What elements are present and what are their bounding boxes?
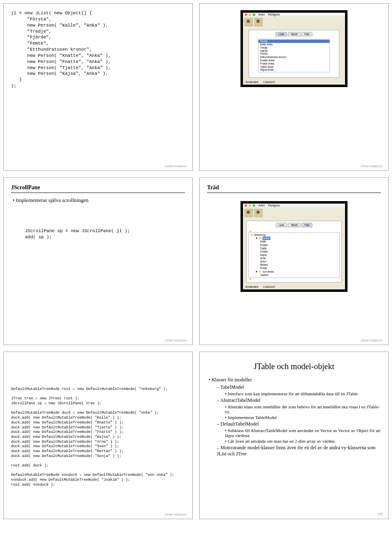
tab-trad[interactable]: Träd xyxy=(301,223,312,227)
author-footer: Johan Eliasson xyxy=(361,164,383,168)
toolbar xyxy=(243,16,345,28)
tree-leaf[interactable]: Sven xyxy=(249,260,339,263)
author-footer: Johan Eliasson xyxy=(165,164,187,168)
menu-redigera[interactable]: Redigera xyxy=(268,204,279,207)
list-item[interactable]: Kalle Anka xyxy=(258,43,330,46)
slide-title: JTable och model-objekt xyxy=(207,362,381,371)
tab-tabell[interactable]: Tabell xyxy=(288,223,301,227)
list-item[interactable]: Tredje xyxy=(258,46,330,49)
tree-leaf[interactable]: Knatte xyxy=(249,244,339,247)
toolbar-icon-2[interactable] xyxy=(254,209,263,217)
menu-redigera[interactable]: Redigera xyxy=(268,13,279,16)
author-footer: Johan Eliasson xyxy=(165,513,187,516)
bullet: AbstractTabelModel xyxy=(217,397,381,403)
tree-leaf[interactable]: Kalle xyxy=(249,240,339,243)
tree-node-root[interactable]: 📁 Ankeborg xyxy=(249,233,339,237)
list-item[interactable]: Fjärde xyxy=(258,49,330,53)
menu-arkiv[interactable]: Arkiv xyxy=(258,13,265,16)
close-icon[interactable] xyxy=(245,13,247,16)
zoom-icon[interactable] xyxy=(253,13,255,16)
tree-leaf[interactable]: Arne xyxy=(249,257,339,260)
bullet: Går även att använda om man har en 2-dim… xyxy=(225,439,381,444)
bullet: Interface som kan implementeras för att … xyxy=(225,391,381,396)
slide-jscrollpane: JScrollPane Implementerar själva scrolln… xyxy=(3,177,193,345)
bullet: DefaultTabelModel xyxy=(217,421,381,427)
tree-leaf[interactable]: Fnatte xyxy=(249,250,339,253)
bullet: Subklass till AbstractTableModel som anv… xyxy=(225,428,381,438)
list-item[interactable]: Fnatte Anka xyxy=(258,62,330,65)
jscrollpane-code: JScrollPane sp = new JScrollPane( jl ); … xyxy=(25,228,185,240)
tree-leaf[interactable]: Joakim xyxy=(249,273,339,277)
tab-lista[interactable]: Lista xyxy=(276,223,287,227)
tree-node[interactable]: ▼ 📁 von Anka xyxy=(249,270,339,273)
status-anvandare: Användare: xyxy=(245,81,259,83)
close-icon[interactable] xyxy=(245,204,247,207)
jlist-listbox[interactable]: Första Kalle Anka Tredje Fjärde Femte Et… xyxy=(258,39,330,72)
page-number: 175 xyxy=(378,513,383,516)
tree-leaf[interactable]: Tjatte xyxy=(249,247,339,250)
status-losenord: Lösenord: xyxy=(263,285,275,288)
list-item[interactable]: Tjatte Anka xyxy=(258,65,330,69)
list-item[interactable]: Första xyxy=(258,40,330,43)
jlist-code: jl = new JList( new Object[] { "Första",… xyxy=(11,10,185,89)
author-footer: Johan Eliasson xyxy=(165,338,187,342)
bullet: Implementerar själva scrollningen xyxy=(13,197,185,204)
slide-jlist-code: jl = new JList( new Object[] { "Första",… xyxy=(3,3,193,171)
slide-title: Träd xyxy=(207,184,381,193)
bullet: Implementerar TableModel xyxy=(225,415,381,420)
jtree-view[interactable]: 📁 Ankeborg ▼ 📁 Anka Kalle Knatte Tjatte … xyxy=(248,232,340,278)
list-item[interactable]: Femte xyxy=(258,52,330,56)
tab-trad[interactable]: Träd xyxy=(301,32,312,36)
author-footer: Johan Eliasson xyxy=(361,338,383,342)
bullet: Motsvarande model-klasser finns även för… xyxy=(217,445,381,457)
status-losenord: Lösenord: xyxy=(263,81,275,83)
tab-tabell[interactable]: Tabell xyxy=(288,32,301,36)
mac-menubar: Arkiv Redigera xyxy=(243,13,345,16)
status-anvandare: Användare: xyxy=(245,285,259,288)
list-item[interactable]: Knatte Anka xyxy=(258,59,330,62)
bullet: Klasser för modeller xyxy=(209,377,381,383)
mac-frame: Arkiv Redigera Lista Tabell Träd ▲ xyxy=(241,201,347,292)
toolbar xyxy=(243,207,345,219)
toolbar-icon-2[interactable] xyxy=(254,18,263,26)
scroll-up-icon[interactable]: ▲ xyxy=(249,230,252,232)
list-item[interactable]: Etthundratusen kronor xyxy=(258,56,330,59)
menu-arkiv[interactable]: Arkiv xyxy=(258,204,265,207)
slide-tree-code: DefaultMutableTreeNode root = new Defaul… xyxy=(3,352,193,519)
tree-leaf[interactable]: Bettan xyxy=(249,263,339,267)
toolbar-icon-1[interactable] xyxy=(245,18,253,26)
mac-menubar: Arkiv Redigera xyxy=(243,204,345,207)
slide-jtable-model: JTable och model-objekt Klasser för mode… xyxy=(199,352,389,519)
minimize-icon[interactable] xyxy=(249,13,251,16)
mac-frame: Arkiv Redigera Lista Tabell Träd Första xyxy=(241,10,347,87)
toolbar-icon-1[interactable] xyxy=(245,209,253,217)
slide-listbox-window: Arkiv Redigera Lista Tabell Träd Första xyxy=(199,3,389,171)
minimize-icon[interactable] xyxy=(249,204,251,207)
bullet: TabelModel xyxy=(217,384,381,390)
tree-leaf[interactable]: Sonja xyxy=(249,267,339,270)
slide-title: JScrollPane xyxy=(11,184,185,193)
zoom-icon[interactable] xyxy=(253,204,255,207)
slide-tree-window: Träd Arkiv Redigera xyxy=(199,177,389,345)
tree-code: DefaultMutableTreeNode root = new Defaul… xyxy=(11,387,185,487)
tree-leaf[interactable]: Kajsa xyxy=(249,253,339,257)
list-item[interactable]: Kajsa Anka xyxy=(258,68,330,72)
tree-node[interactable]: ▼ 📁 Anka xyxy=(249,237,339,240)
tab-lista[interactable]: Lista xyxy=(276,32,287,36)
bullet: Abstrakt klass som innehåller det som be… xyxy=(225,404,381,414)
scroll-down-icon[interactable]: ▼ xyxy=(249,278,252,280)
